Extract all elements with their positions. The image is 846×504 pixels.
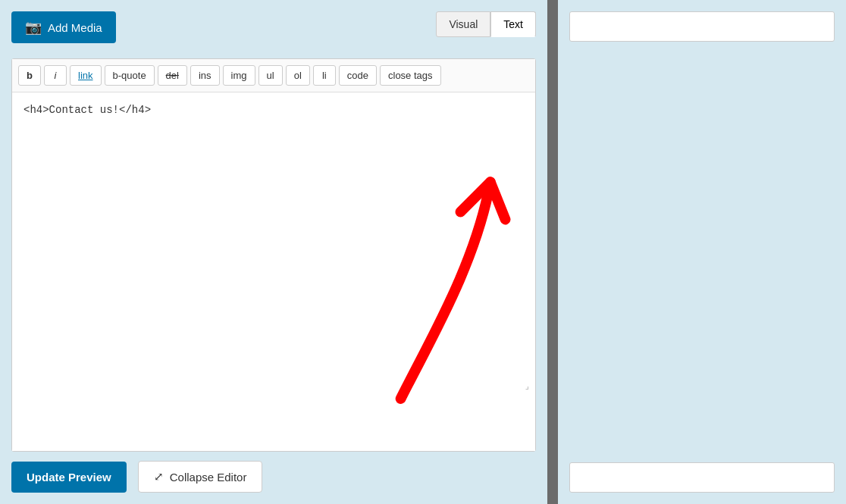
resize-handle[interactable]: ⌟	[525, 381, 534, 390]
editor-wrapper: b i link b-quote del ins img ul ol li co…	[11, 58, 536, 452]
toolbar-btn-ins[interactable]: ins	[190, 65, 220, 86]
toolbar-btn-link[interactable]: link	[70, 65, 102, 86]
toolbar-btn-ol[interactable]: ol	[286, 65, 310, 86]
toolbar-btn-close-tags[interactable]: close tags	[380, 65, 441, 86]
toolbar-btn-i[interactable]: i	[44, 65, 67, 86]
right-panel-bottom-input[interactable]	[569, 462, 835, 493]
toolbar-btn-code[interactable]: code	[339, 65, 377, 86]
left-panel: 📷 Add Media Visual Text b i link b-quote…	[0, 0, 547, 504]
editor-content-area[interactable]: <h4>Contact us!</h4> ⌟	[12, 92, 535, 451]
toolbar-btn-bquote[interactable]: b-quote	[105, 65, 155, 86]
update-preview-button[interactable]: Update Preview	[11, 462, 127, 493]
add-media-icon: 📷	[25, 19, 42, 36]
collapse-icon: ⤢	[154, 470, 164, 484]
right-panel-top-input[interactable]	[569, 11, 835, 42]
toolbar-btn-del[interactable]: del	[158, 65, 187, 86]
toolbar-btn-ul[interactable]: ul	[258, 65, 283, 86]
visual-text-tabs: Visual Text	[436, 11, 536, 37]
editor-area-wrapper: b i link b-quote del ins img ul ol li co…	[11, 58, 536, 452]
bottom-bar: Update Preview ⤢ Collapse Editor	[11, 461, 536, 493]
toolbar-btn-img[interactable]: img	[223, 65, 255, 86]
tab-text[interactable]: Text	[490, 11, 536, 37]
collapse-label: Collapse Editor	[170, 471, 247, 484]
main-container: 📷 Add Media Visual Text b i link b-quote…	[0, 0, 846, 504]
add-media-label: Add Media	[48, 21, 102, 34]
panel-divider	[547, 0, 558, 504]
right-panel	[558, 0, 846, 504]
collapse-editor-button[interactable]: ⤢ Collapse Editor	[138, 461, 263, 493]
toolbar-btn-li[interactable]: li	[313, 65, 336, 86]
editor-toolbar: b i link b-quote del ins img ul ol li co…	[12, 59, 535, 92]
tab-visual[interactable]: Visual	[436, 11, 490, 37]
add-media-button[interactable]: 📷 Add Media	[11, 11, 116, 43]
toolbar-btn-b[interactable]: b	[18, 65, 41, 86]
red-arrow-annotation	[12, 92, 535, 451]
editor-text-content: <h4>Contact us!</h4>	[24, 104, 151, 116]
